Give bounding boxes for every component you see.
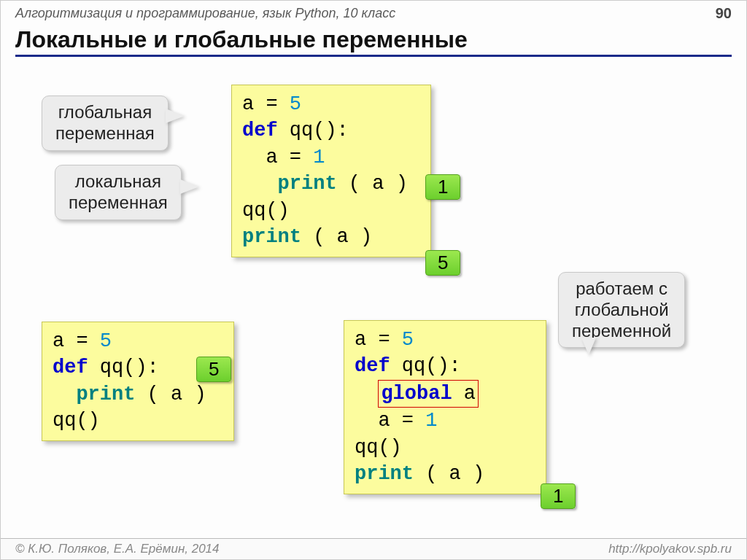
output-badge: 1 — [425, 174, 460, 200]
callout-line: локальная — [75, 171, 161, 191]
title-underline — [15, 55, 732, 57]
page-number: 90 — [716, 5, 732, 22]
callout-line: глобальной — [575, 300, 669, 319]
callout-line: работаем с — [576, 279, 667, 298]
callout-working-global: работаем с глобальной переменной — [558, 272, 685, 348]
callout-tail-icon — [180, 179, 199, 194]
footer-url: http://kpolyakov.spb.ru — [608, 542, 732, 556]
copyright: © К.Ю. Поляков, Е.А. Ерёмин, 2014 — [15, 542, 220, 556]
code-block-1: a = 5 def qq(): a = 1 print ( a ) qq() p… — [231, 85, 431, 257]
output-badge: 1 — [541, 483, 576, 509]
course-label: Алгоритмизация и программирование, язык … — [15, 6, 395, 21]
slide-footer: © К.Ю. Поляков, Е.А. Ерёмин, 2014 http:/… — [1, 538, 746, 559]
callout-global-variable: глобальная переменная — [42, 96, 169, 151]
page-title: Локальные и глобальные переменные — [1, 23, 746, 53]
content-area: глобальная переменная локальная переменн… — [1, 66, 746, 536]
callout-line: переменная — [55, 123, 155, 143]
callout-local-variable: локальная переменная — [55, 165, 182, 220]
callout-line: переменная — [69, 192, 168, 212]
callout-tail-icon — [581, 338, 596, 355]
callout-tail-icon — [166, 109, 185, 123]
slide-header: Алгоритмизация и программирование, язык … — [1, 1, 746, 23]
output-badge: 5 — [425, 250, 460, 276]
code-block-3: a = 5 def qq(): global a a = 1 qq() prin… — [344, 320, 546, 494]
callout-line: глобальная — [58, 102, 152, 122]
output-badge: 5 — [196, 357, 231, 382]
